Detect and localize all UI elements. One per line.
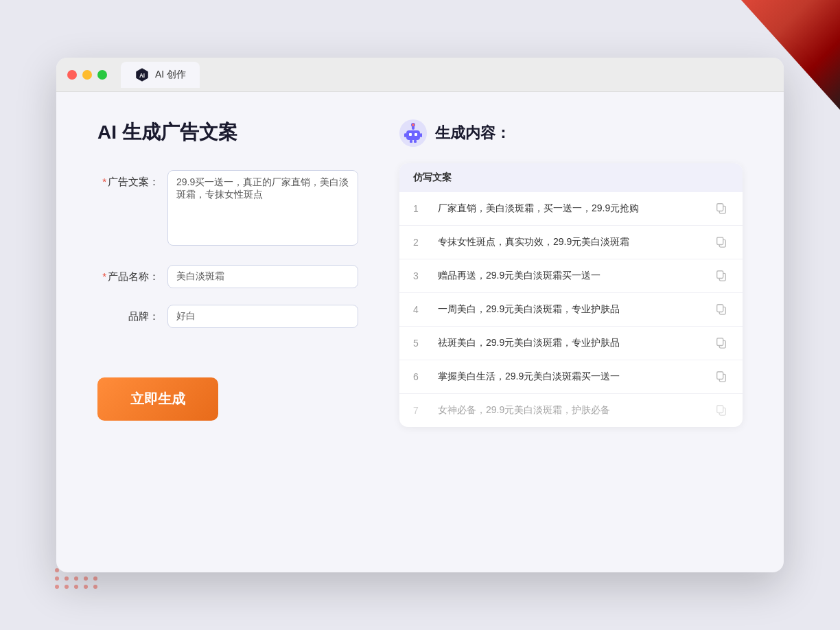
- svg-rect-20: [717, 305, 723, 312]
- traffic-light-maximize[interactable]: [97, 70, 107, 80]
- brand-label-text: 品牌：: [128, 310, 159, 322]
- row-number: 4: [413, 304, 430, 315]
- svg-rect-5: [415, 133, 417, 136]
- brand-input-wrapper: [167, 305, 358, 328]
- row-content: 祛斑美白，29.9元美白淡斑霜，专业护肤品: [438, 337, 707, 349]
- row-number: 3: [413, 270, 430, 281]
- browser-titlebar: AI AI 创作: [56, 58, 784, 92]
- svg-rect-11: [414, 140, 417, 143]
- svg-rect-4: [409, 133, 412, 136]
- traffic-lights: [67, 70, 107, 80]
- table-row: 6掌握美白生活，29.9元美白淡斑霜买一送一: [399, 360, 743, 394]
- table-row: 7女神必备，29.9元美白淡斑霜，护肤必备: [399, 394, 743, 427]
- row-content: 厂家直销，美白淡斑霜，买一送一，29.9元抢购: [438, 202, 707, 215]
- svg-text:AI: AI: [139, 72, 145, 78]
- ad-copy-field: *广告文案： 29.9买一送一，真正的厂家直销，美白淡斑霜，专抹女性斑点: [97, 170, 358, 248]
- row-content: 专抹女性斑点，真实功效，29.9元美白淡斑霜: [438, 236, 707, 248]
- svg-rect-10: [410, 140, 412, 143]
- table-header: 仿写文案: [399, 163, 743, 192]
- copy-icon[interactable]: [715, 370, 729, 384]
- brand-label: 品牌：: [97, 305, 159, 323]
- copy-icon[interactable]: [715, 404, 729, 417]
- tab-ai-creation[interactable]: AI AI 创作: [121, 62, 200, 88]
- product-name-input[interactable]: [167, 265, 358, 288]
- copy-icon[interactable]: [715, 235, 729, 249]
- svg-rect-18: [717, 271, 723, 279]
- table-row: 2专抹女性斑点，真实功效，29.9元美白淡斑霜: [399, 226, 743, 259]
- page-title: AI 生成广告文案: [97, 119, 358, 145]
- row-number: 7: [413, 405, 430, 416]
- product-name-field: *产品名称：: [97, 265, 358, 288]
- row-number: 5: [413, 338, 430, 349]
- tab-label: AI 创作: [155, 69, 186, 81]
- ad-copy-textarea[interactable]: 29.9买一送一，真正的厂家直销，美白淡斑霜，专抹女性斑点: [167, 170, 358, 246]
- table-row: 3赠品再送，29.9元美白淡斑霜买一送一: [399, 259, 743, 293]
- row-content: 掌握美白生活，29.9元美白淡斑霜买一送一: [438, 371, 707, 383]
- row-number: 2: [413, 237, 430, 248]
- svg-rect-8: [404, 133, 406, 137]
- ai-tab-icon: AI: [135, 67, 150, 82]
- copy-icon[interactable]: [715, 202, 729, 215]
- copy-icon[interactable]: [715, 269, 729, 283]
- row-content: 赠品再送，29.9元美白淡斑霜买一送一: [438, 270, 707, 282]
- table-row: 4一周美白，29.9元美白淡斑霜，专业护肤品: [399, 293, 743, 327]
- product-name-label: *产品名称：: [97, 265, 159, 283]
- svg-point-12: [412, 124, 415, 126]
- svg-rect-9: [420, 133, 422, 137]
- left-panel: AI 生成广告文案 *广告文案： 29.9买一送一，真正的厂家直销，美白淡斑霜，…: [97, 119, 358, 545]
- result-header: 生成内容：: [399, 119, 743, 147]
- row-content: 女神必备，29.9元美白淡斑霜，护肤必备: [438, 404, 707, 417]
- brand-field: 品牌：: [97, 305, 358, 328]
- generate-button[interactable]: 立即生成: [97, 377, 218, 421]
- product-name-required-star: *: [102, 270, 106, 282]
- table-row: 1厂家直销，美白淡斑霜，买一送一，29.9元抢购: [399, 192, 743, 226]
- traffic-light-close[interactable]: [67, 70, 77, 80]
- result-rows-container: 1厂家直销，美白淡斑霜，买一送一，29.9元抢购2专抹女性斑点，真实功效，29.…: [399, 192, 743, 427]
- result-table: 仿写文案 1厂家直销，美白淡斑霜，买一送一，29.9元抢购2专抹女性斑点，真实功…: [399, 163, 743, 427]
- ad-copy-label: *广告文案：: [97, 170, 159, 189]
- svg-rect-3: [406, 130, 420, 140]
- product-name-label-text: 产品名称：: [108, 270, 159, 282]
- row-number: 1: [413, 203, 430, 214]
- svg-rect-14: [717, 204, 723, 211]
- svg-rect-26: [717, 406, 723, 413]
- svg-rect-24: [717, 372, 723, 380]
- brand-input[interactable]: [167, 305, 358, 328]
- copy-icon[interactable]: [715, 303, 729, 316]
- table-row: 5祛斑美白，29.9元美白淡斑霜，专业护肤品: [399, 327, 743, 360]
- svg-rect-22: [717, 338, 723, 346]
- row-number: 6: [413, 371, 430, 382]
- row-content: 一周美白，29.9元美白淡斑霜，专业护肤品: [438, 303, 707, 316]
- browser-window: AI AI 创作 AI 生成广告文案 *广告文案： 29.9买一送一，真正的厂家…: [56, 58, 784, 572]
- product-name-input-wrapper: [167, 265, 358, 288]
- robot-icon: [399, 119, 427, 147]
- svg-rect-16: [717, 237, 723, 245]
- result-title: 生成内容：: [435, 123, 511, 143]
- ad-copy-required-star: *: [102, 176, 106, 187]
- copy-icon[interactable]: [715, 336, 729, 350]
- traffic-light-minimize[interactable]: [82, 70, 92, 80]
- ad-copy-label-text: 广告文案：: [108, 176, 159, 187]
- right-panel: 生成内容： 仿写文案 1厂家直销，美白淡斑霜，买一送一，29.9元抢购2专抹女性…: [399, 119, 743, 545]
- browser-content: AI 生成广告文案 *广告文案： 29.9买一送一，真正的厂家直销，美白淡斑霜，…: [56, 92, 784, 572]
- ad-copy-input-wrapper: 29.9买一送一，真正的厂家直销，美白淡斑霜，专抹女性斑点: [167, 170, 358, 248]
